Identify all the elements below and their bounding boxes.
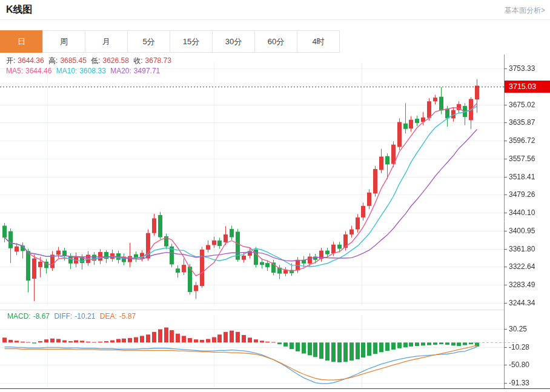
macd-value: -8.67 [33,312,50,321]
close-value: 3678.73 [145,56,171,65]
tab-60min[interactable]: 60分 [254,30,297,53]
macd-info-row: MACD:-8.67 DIFF:-10.21 DEA:-5.87 [7,312,138,321]
header: K线图 基本面分析> [0,0,550,20]
high-label: 高: [48,56,58,65]
ma20-value: 3497.71 [134,67,160,75]
low-value: 3626.58 [103,56,129,65]
ma5-label: MA5: [6,67,23,75]
ma20-label: MA20: [110,67,131,75]
low-label: 低: [91,56,100,65]
high-value: 3685.45 [60,56,86,65]
period-tab-bar: 日 周 月 5分 15分 30分 60分 4时 [0,30,340,53]
tab-month[interactable]: 月 [85,30,128,53]
dea-value: -5.87 [119,312,136,321]
ma10-label: MA10: [56,67,78,75]
ma-info-row: MA5:3644.46 MA10:3608.33 MA20:3497.71 [6,67,162,75]
ma5-value: 3644.46 [25,67,51,75]
open-label: 开: [6,56,15,65]
diff-value: -10.21 [75,312,95,321]
open-value: 3644.36 [18,56,44,65]
macd-label: MACD: [7,312,31,321]
dea-label: DEA: [100,312,117,321]
tab-day[interactable]: 日 [0,30,43,53]
ma10-value: 3608.33 [79,67,105,75]
current-price-tag: 3715.03 [505,81,550,93]
tab-15min[interactable]: 15分 [170,30,213,53]
diff-label: DIFF: [54,312,72,321]
tab-5min[interactable]: 5分 [127,30,170,53]
page-title: K线图 [6,4,33,16]
fundamental-analysis-link[interactable]: 基本面分析> [505,5,545,16]
tab-4hour[interactable]: 4时 [297,30,340,53]
close-label: 收: [133,56,142,65]
ohlc-info-row: 开:3644.36 高:3685.45 低:3626.58 收:3678.73 [6,56,174,66]
kline-page: K线图 基本面分析> 日 周 月 5分 15分 30分 60分 4时 开:364… [0,0,550,392]
tab-week[interactable]: 周 [42,30,85,53]
tab-30min[interactable]: 30分 [212,30,255,53]
